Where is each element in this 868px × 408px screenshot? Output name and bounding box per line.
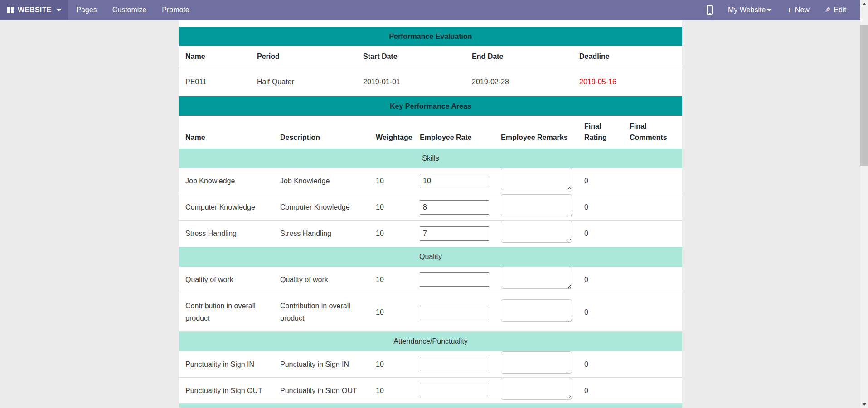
employee-rate-input[interactable] (420, 226, 489, 241)
evaluation-table-row: PE011 Half Quater 2019-01-01 2019-02-28 … (179, 67, 682, 96)
website-apps-menu[interactable]: WEBSITE (0, 0, 68, 20)
nav-item-pages[interactable]: Pages (68, 0, 104, 20)
employee-remarks-cell (495, 168, 578, 194)
employee-remarks-input[interactable] (501, 267, 572, 289)
nav-item-promote[interactable]: Promote (154, 0, 197, 20)
plus-icon: + (787, 5, 792, 15)
chevron-down-icon (767, 9, 771, 11)
employee-remarks-input[interactable] (501, 221, 572, 243)
kpa-name: Quality of work (179, 274, 274, 286)
kpa-table-row: Punctuality in Sign IN Punctuality in Si… (179, 351, 682, 378)
kpa-name: Job Knowledge (179, 175, 274, 187)
mobile-preview-button[interactable] (699, 0, 720, 20)
kpa-table-row: Punctuality in Sign OUT Punctuality in S… (179, 378, 682, 404)
kpa-description: Punctuality in Sign IN (274, 358, 369, 370)
employee-rate-input[interactable] (420, 272, 489, 287)
website-switcher-dropdown[interactable]: My Website (720, 0, 779, 20)
column-header-name: Name (179, 132, 274, 144)
kpa-final-rating: 0 (578, 227, 623, 240)
top-navbar: WEBSITE Pages Customize Promote My Websi… (0, 0, 860, 20)
triangle-up-icon (862, 3, 867, 5)
kpa-final-rating: 0 (578, 274, 623, 286)
kpa-description: Punctuality in Sign OUT (274, 384, 369, 397)
nav-item-label: Pages (76, 6, 97, 14)
kpa-description: Quality of work (274, 274, 369, 286)
website-menu-label: WEBSITE (18, 6, 51, 14)
kpa-weightage: 10 (369, 306, 413, 318)
employee-rate-cell (413, 226, 495, 241)
evaluation-period: Half Quater (251, 78, 357, 86)
employee-rate-input[interactable] (420, 305, 489, 319)
column-header-weightage: Weightage (369, 132, 413, 144)
kpa-table-row: Job Knowledge Job Knowledge 10 0 (179, 168, 682, 194)
employee-rate-cell (413, 384, 495, 398)
employee-rate-input[interactable] (420, 200, 489, 215)
employee-rate-input[interactable] (420, 174, 489, 188)
kpa-table-header-row: Name Description Weightage Employee Rate… (179, 116, 682, 149)
evaluation-start-date: 2019-01-01 (357, 78, 466, 86)
kpa-weightage: 10 (369, 274, 413, 286)
employee-remarks-input[interactable] (501, 299, 572, 322)
triangle-down-icon (862, 403, 867, 406)
employee-remarks-input[interactable] (501, 168, 572, 190)
column-header-deadline: Deadline (573, 53, 682, 61)
column-header-employee-rate: Employee Rate (413, 132, 495, 144)
kpa-table-body: Skills Job Knowledge Job Knowledge 10 0 … (179, 149, 682, 404)
employee-remarks-cell (495, 194, 578, 220)
performance-evaluation-header: Performance Evaluation (179, 27, 682, 46)
column-header-final-rating: Final Rating (578, 120, 623, 144)
mobile-phone-icon (707, 5, 713, 15)
scrollbar-thumb[interactable] (860, 25, 868, 166)
employee-rate-cell (413, 174, 495, 188)
section-label: Skills (422, 154, 439, 163)
employee-remarks-cell (495, 221, 578, 246)
employee-remarks-cell (495, 351, 578, 377)
kpa-weightage: 10 (369, 227, 413, 240)
kpa-table-row: Computer Knowledge Computer Knowledge 10… (179, 194, 682, 221)
key-performance-areas-header: Key Performance Areas (179, 96, 682, 116)
employee-remarks-input[interactable] (501, 351, 572, 374)
scroll-down-button[interactable] (860, 400, 868, 408)
nav-item-label: Promote (162, 6, 189, 14)
employee-remarks-input[interactable] (501, 194, 572, 216)
employee-remarks-cell (495, 267, 578, 293)
kpa-description: Computer Knowledge (274, 201, 369, 213)
column-header-end-date: End Date (466, 53, 573, 61)
section-label: Quality (419, 253, 442, 261)
vertical-scrollbar[interactable] (860, 0, 868, 408)
chevron-down-icon (57, 9, 61, 11)
employee-rate-cell (413, 305, 495, 319)
kpa-section-bar: Skills (179, 149, 682, 168)
evaluation-name: PE011 (179, 78, 251, 86)
kpa-weightage: 10 (369, 384, 413, 397)
performance-evaluation-title: Performance Evaluation (389, 33, 472, 41)
employee-remarks-input[interactable] (501, 378, 572, 400)
edit-button[interactable]: ✎ Edit (817, 0, 854, 20)
kpa-description: Contribution in overall product (274, 300, 369, 324)
navbar-spacer (197, 0, 699, 20)
kpa-final-rating: 0 (578, 175, 623, 187)
employee-remarks-cell (495, 299, 578, 325)
new-button-label: New (795, 6, 810, 14)
kpa-section-bar: Attendance/Punctuality (179, 332, 682, 351)
employee-rate-cell (413, 357, 495, 371)
employee-rate-input[interactable] (420, 384, 489, 398)
kpa-final-rating: 0 (578, 358, 623, 370)
column-header-start-date: Start Date (357, 53, 466, 61)
section-label: Attendance/Punctuality (393, 337, 468, 346)
kpa-weightage: 10 (369, 358, 413, 370)
kpa-description: Stress Handling (274, 227, 369, 240)
nav-item-customize[interactable]: Customize (105, 0, 155, 20)
new-button[interactable]: + New (779, 0, 817, 20)
scroll-up-button[interactable] (860, 0, 868, 8)
column-header-description: Description (274, 132, 369, 144)
kpa-final-rating: 0 (578, 306, 623, 318)
nav-item-label: Customize (112, 6, 147, 14)
employee-rate-input[interactable] (420, 357, 489, 371)
evaluation-end-date: 2019-02-28 (466, 78, 573, 86)
kpa-name: Contribution in overall product (179, 300, 274, 324)
evaluation-deadline: 2019-05-16 (573, 78, 682, 86)
kpa-section-bar: Quality (179, 247, 682, 267)
kpa-table-row: Quality of work Quality of work 10 0 (179, 267, 682, 293)
column-header-employee-remarks: Employee Remarks (495, 132, 578, 144)
